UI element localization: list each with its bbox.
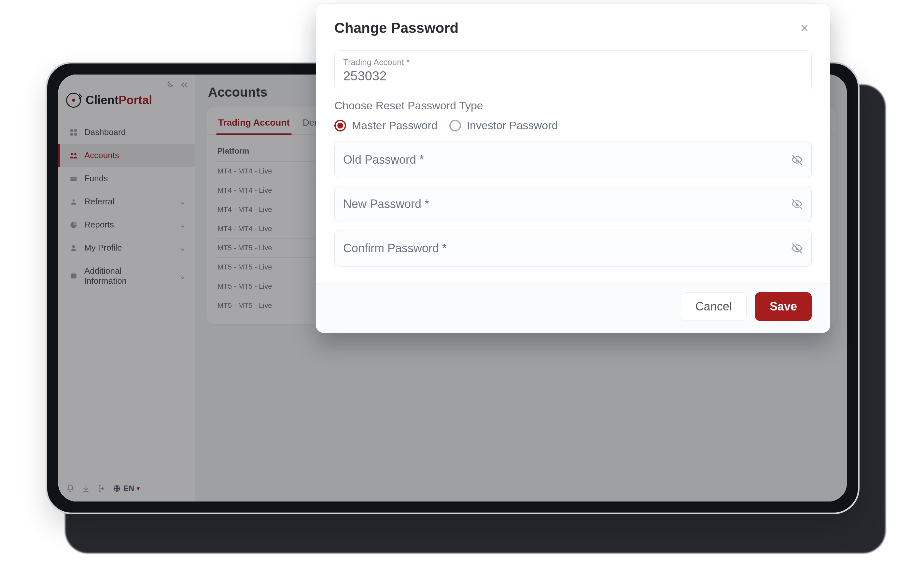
- reset-type-radios: Master Password Investor Password: [334, 119, 812, 132]
- bell-icon[interactable]: [66, 484, 75, 493]
- reports-icon: [69, 220, 78, 230]
- input-placeholder: Confirm Password *: [343, 241, 447, 255]
- trading-account-value: 253032: [343, 69, 803, 83]
- sidebar: ClientPortal Dashboard: [58, 75, 195, 502]
- language-label: EN: [123, 484, 134, 493]
- radio-master-password[interactable]: Master Password: [334, 119, 438, 132]
- sidebar-item-label: Additional Information: [84, 266, 150, 286]
- old-password-input[interactable]: Old Password *: [334, 142, 812, 178]
- new-password-input[interactable]: New Password *: [334, 186, 812, 222]
- tab-trading-account[interactable]: Trading Account: [216, 112, 292, 135]
- radio-investor-password[interactable]: Investor Password: [449, 119, 558, 132]
- eye-off-icon[interactable]: [791, 154, 803, 166]
- svg-point-6: [74, 153, 76, 155]
- svg-rect-2: [74, 129, 77, 132]
- svg-point-5: [70, 153, 73, 155]
- sidebar-item-funds[interactable]: Funds: [58, 167, 195, 190]
- input-placeholder: Old Password *: [343, 153, 424, 167]
- logout-icon[interactable]: [98, 484, 106, 493]
- sidebar-footer: EN ▾: [58, 478, 195, 502]
- sidebar-item-reports[interactable]: Reports ⌄: [58, 213, 195, 236]
- globe-icon: [113, 485, 121, 493]
- sidebar-item-label: My Profile: [84, 243, 122, 253]
- brand-logo-icon: [66, 93, 81, 108]
- confirm-password-input[interactable]: Confirm Password *: [334, 230, 812, 267]
- svg-rect-4: [74, 133, 77, 136]
- radio-label: Master Password: [352, 119, 438, 132]
- close-icon[interactable]: [797, 21, 812, 35]
- sidebar-item-accounts[interactable]: Accounts: [58, 144, 195, 167]
- sidebar-item-label: Reports: [84, 220, 114, 230]
- eye-off-icon[interactable]: [791, 243, 803, 254]
- sidebar-item-dashboard[interactable]: Dashboard: [58, 121, 195, 144]
- svg-rect-8: [70, 178, 77, 179]
- brand-text-right: Portal: [118, 93, 152, 107]
- download-icon[interactable]: [82, 484, 90, 493]
- svg-point-10: [72, 245, 75, 248]
- radio-dot-icon: [334, 120, 346, 132]
- eye-off-icon[interactable]: [791, 198, 803, 210]
- svg-point-9: [73, 199, 75, 201]
- svg-rect-3: [70, 133, 73, 136]
- reset-type-title: Choose Reset Password Type: [334, 99, 812, 112]
- save-button[interactable]: Save: [755, 292, 812, 321]
- sidebar-item-label: Accounts: [84, 150, 119, 160]
- sidebar-item-label: Referral: [84, 196, 114, 207]
- radio-label: Investor Password: [467, 119, 558, 132]
- chevron-down-icon: ⌄: [179, 243, 186, 253]
- brand: ClientPortal: [58, 91, 195, 115]
- radio-dot-icon: [449, 120, 461, 132]
- sidebar-nav: Dashboard Accounts Funds: [58, 121, 195, 293]
- trading-account-label: Trading Account *: [343, 57, 803, 67]
- chevron-down-icon: ⌄: [179, 271, 186, 281]
- change-password-modal: Change Password Trading Account * 253032…: [316, 3, 830, 333]
- sidebar-item-label: Funds: [84, 174, 108, 184]
- theme-toggle-icon[interactable]: [165, 80, 174, 90]
- chevron-down-icon: ⌄: [179, 196, 186, 207]
- profile-icon: [69, 243, 78, 253]
- svg-point-0: [72, 99, 75, 102]
- input-placeholder: New Password *: [343, 197, 429, 211]
- svg-rect-1: [70, 129, 73, 132]
- trading-account-field: Trading Account * 253032: [334, 51, 812, 90]
- svg-rect-11: [70, 274, 76, 279]
- language-selector[interactable]: EN ▾: [113, 484, 140, 493]
- sidebar-item-additional-information[interactable]: Additional Information ⌄: [58, 259, 195, 293]
- sidebar-collapse-icon[interactable]: [180, 80, 189, 90]
- accounts-icon: [69, 151, 78, 160]
- sidebar-item-label: Dashboard: [84, 127, 126, 137]
- referral-icon: [69, 197, 78, 207]
- sidebar-item-profile[interactable]: My Profile ⌄: [58, 236, 195, 259]
- modal-title: Change Password: [334, 20, 458, 36]
- funds-icon: [69, 174, 78, 184]
- sidebar-item-referral[interactable]: Referral ⌄: [58, 190, 195, 213]
- brand-text-left: Client: [86, 93, 118, 107]
- dashboard-icon: [69, 127, 78, 137]
- cancel-button[interactable]: Cancel: [681, 292, 747, 321]
- chevron-down-icon: ▾: [137, 485, 140, 492]
- chevron-down-icon: ⌄: [179, 220, 186, 230]
- info-icon: [69, 271, 78, 281]
